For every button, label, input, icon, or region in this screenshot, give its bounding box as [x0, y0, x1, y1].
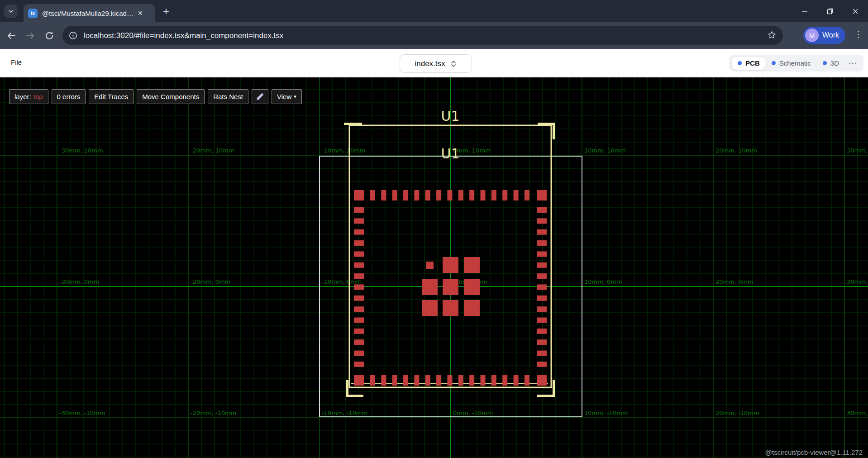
pcb-pad[interactable]: [514, 190, 519, 200]
pcb-pad[interactable]: [443, 300, 458, 316]
pcb-pad[interactable]: [537, 351, 547, 356]
file-menu-button[interactable]: File: [11, 58, 22, 66]
browser-menu-button[interactable]: ⋮: [854, 29, 863, 39]
pcb-pad[interactable]: [392, 190, 397, 200]
pcb-pad[interactable]: [537, 329, 547, 334]
pcb-pad[interactable]: [537, 375, 547, 386]
rats-nest-button[interactable]: Rats Nest: [208, 89, 248, 104]
pcb-pad[interactable]: [537, 207, 547, 213]
pcb-pad[interactable]: [403, 375, 408, 386]
reload-button[interactable]: [42, 28, 57, 43]
browser-tab[interactable]: ts @tsci/MustafaMulla29.kicad-lib ✕: [24, 4, 155, 22]
pcb-pad[interactable]: [537, 240, 547, 246]
pcb-pad[interactable]: [354, 273, 364, 279]
pcb-pad[interactable]: [469, 190, 474, 200]
pcb-pad[interactable]: [403, 190, 408, 200]
view-tab-3d[interactable]: 3D: [817, 57, 845, 70]
pcb-pad[interactable]: [447, 375, 452, 386]
pcb-pad[interactable]: [447, 190, 452, 200]
pcb-pad[interactable]: [381, 375, 386, 386]
site-info-icon[interactable]: [69, 31, 77, 40]
forward-button[interactable]: [23, 28, 38, 43]
pcb-pad[interactable]: [414, 190, 419, 200]
pcb-pad[interactable]: [354, 207, 364, 213]
back-button[interactable]: [4, 28, 19, 43]
tab-search-button[interactable]: [4, 5, 18, 18]
pcb-pad[interactable]: [354, 351, 364, 356]
url-text[interactable]: localhost:3020/#file=index.tsx&main_comp…: [84, 31, 283, 40]
pcb-pad[interactable]: [370, 375, 375, 386]
pcb-pad[interactable]: [422, 300, 438, 316]
pcb-pad[interactable]: [491, 375, 496, 386]
pcb-board-drawing[interactable]: -30mm, 10mm-20mm, 10mm-10mm, 10mm0mm, 10…: [0, 77, 868, 458]
pcb-pad[interactable]: [491, 190, 496, 200]
pcb-pad[interactable]: [502, 375, 507, 386]
move-components-button[interactable]: Move Components: [137, 89, 205, 104]
pcb-pad[interactable]: [537, 339, 547, 345]
pcb-pad[interactable]: [381, 190, 386, 200]
view-dropdown-button[interactable]: View ▾: [272, 89, 302, 104]
pcb-pad[interactable]: [458, 190, 463, 200]
pcb-pad[interactable]: [414, 375, 419, 386]
pcb-pad[interactable]: [426, 262, 434, 269]
pcb-pad[interactable]: [354, 284, 364, 290]
pcb-pad[interactable]: [537, 251, 547, 257]
address-bar[interactable]: localhost:3020/#file=index.tsx&main_comp…: [62, 26, 783, 45]
layer-button[interactable]: layer: top: [9, 89, 48, 104]
pcb-pad[interactable]: [354, 262, 364, 268]
pcb-pad[interactable]: [354, 190, 364, 200]
new-tab-button[interactable]: +: [159, 5, 173, 18]
pcb-pad[interactable]: [514, 375, 519, 386]
pcb-canvas[interactable]: layer: top 0 errors Edit Traces Move Com…: [0, 77, 868, 458]
pcb-pad[interactable]: [537, 284, 547, 290]
window-minimize-button[interactable]: [792, 0, 817, 22]
pcb-pad[interactable]: [464, 300, 480, 316]
pcb-pad[interactable]: [354, 329, 364, 334]
bookmark-star-button[interactable]: [767, 30, 777, 42]
pcb-pad[interactable]: [537, 273, 547, 279]
pcb-pad[interactable]: [537, 218, 547, 224]
pcb-pad[interactable]: [354, 240, 364, 246]
tab-close-icon[interactable]: ✕: [138, 10, 143, 17]
pcb-pad[interactable]: [354, 296, 364, 301]
edit-silkscreen-button[interactable]: [252, 89, 268, 104]
pcb-pad[interactable]: [502, 190, 507, 200]
pcb-pad[interactable]: [392, 375, 397, 386]
pcb-pad[interactable]: [354, 251, 364, 257]
pcb-pad[interactable]: [354, 306, 364, 312]
pcb-pad[interactable]: [537, 296, 547, 301]
pcb-pad[interactable]: [464, 257, 480, 273]
pcb-pad[interactable]: [354, 318, 364, 323]
pcb-pad[interactable]: [370, 190, 375, 200]
pcb-pad[interactable]: [443, 279, 458, 295]
pcb-pad[interactable]: [354, 218, 364, 224]
browser-profile-chip[interactable]: M Work: [803, 27, 845, 44]
pcb-pad[interactable]: [469, 375, 474, 386]
view-tab-schematic[interactable]: Schematic: [766, 57, 817, 70]
window-close-button[interactable]: [843, 0, 868, 22]
pcb-pad[interactable]: [464, 279, 480, 295]
pcb-pad[interactable]: [422, 279, 438, 295]
pcb-pad[interactable]: [525, 190, 529, 200]
pcb-pad[interactable]: [525, 375, 529, 386]
pcb-pad[interactable]: [537, 190, 547, 200]
errors-button[interactable]: 0 errors: [52, 89, 86, 104]
pcb-pad[interactable]: [354, 229, 364, 235]
pcb-pad[interactable]: [425, 375, 430, 386]
pcb-pad[interactable]: [481, 190, 486, 200]
view-tab-pcb[interactable]: PCB: [732, 57, 766, 70]
pcb-pad[interactable]: [425, 190, 430, 200]
pcb-pad[interactable]: [537, 229, 547, 235]
pcb-pad[interactable]: [354, 362, 364, 367]
pcb-pad[interactable]: [537, 306, 547, 312]
pcb-pad[interactable]: [436, 190, 441, 200]
pcb-pad[interactable]: [458, 375, 463, 386]
pcb-pad[interactable]: [537, 318, 547, 323]
edit-traces-button[interactable]: Edit Traces: [89, 89, 134, 104]
window-restore-button[interactable]: [817, 0, 843, 22]
pcb-pad[interactable]: [443, 257, 458, 273]
pcb-pad[interactable]: [436, 375, 441, 386]
pcb-pad[interactable]: [537, 262, 547, 268]
file-selector[interactable]: index.tsx: [400, 54, 472, 73]
more-views-button[interactable]: ⋯: [845, 58, 861, 68]
